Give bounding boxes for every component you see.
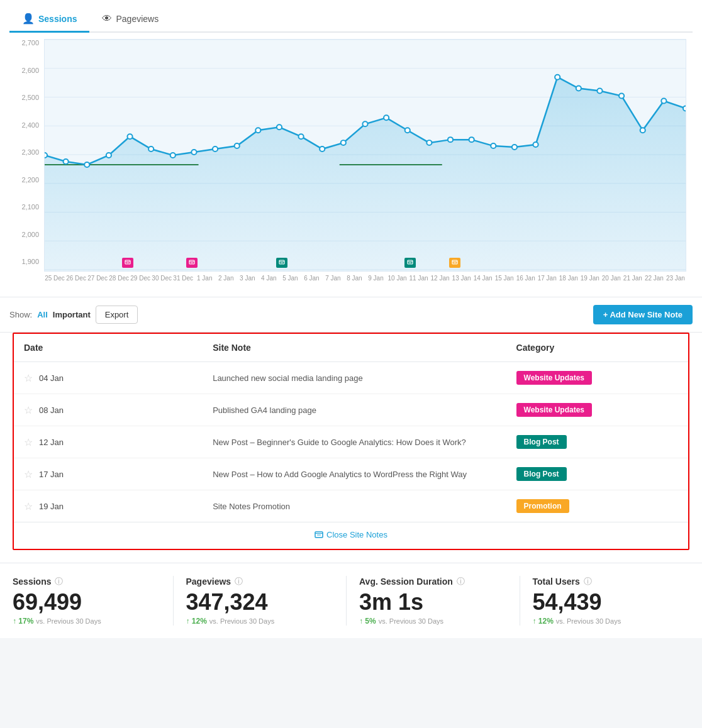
stat-title: Sessions bbox=[13, 576, 51, 587]
show-label: Show: bbox=[9, 310, 32, 319]
note-text-0: Launched new social media landing page bbox=[213, 373, 363, 383]
star-icon-1[interactable]: ☆ bbox=[24, 404, 33, 416]
category-badge-4[interactable]: Promotion bbox=[516, 499, 569, 513]
star-icon-2[interactable]: ☆ bbox=[24, 436, 33, 448]
svg-rect-51 bbox=[408, 260, 413, 264]
x-label: 6 Jan bbox=[301, 275, 322, 282]
chart-x-axis: 25 Dec 26 Dec 27 Dec 28 Dec 29 Dec 30 De… bbox=[44, 272, 686, 297]
change-percent: ↑ 5% bbox=[359, 617, 376, 626]
svg-point-29 bbox=[426, 140, 432, 145]
stats-section: Sessions ⓘ 69,499 ↑ 17% vs. Previous 30 … bbox=[0, 563, 702, 639]
info-icon[interactable]: ⓘ bbox=[584, 576, 592, 587]
star-icon-0[interactable]: ☆ bbox=[24, 372, 33, 384]
change-label: vs. Previous 30 Days bbox=[209, 617, 274, 625]
svg-point-14 bbox=[106, 153, 111, 158]
svg-point-18 bbox=[191, 150, 196, 155]
y-label-0: 2,700 bbox=[9, 39, 44, 47]
category-badge-1[interactable]: Website Updates bbox=[516, 403, 592, 417]
svg-point-12 bbox=[64, 159, 69, 164]
y-label-5: 2,200 bbox=[9, 176, 44, 184]
star-icon-3[interactable]: ☆ bbox=[24, 468, 33, 480]
stat-item-pageviews: Pageviews ⓘ 347,324 ↑ 12% vs. Previous 3… bbox=[174, 576, 347, 626]
x-label: 14 Jan bbox=[472, 275, 494, 282]
date-text-2: 12 Jan bbox=[39, 438, 64, 447]
y-label-1: 2,600 bbox=[9, 67, 44, 74]
tab-sessions[interactable]: 👤 Sessions bbox=[9, 6, 89, 33]
close-notes-icon bbox=[315, 531, 323, 539]
svg-point-20 bbox=[235, 143, 240, 148]
col-header-category: Category bbox=[506, 334, 688, 362]
stat-item-total-users: Total Users ⓘ 54,439 ↑ 12% vs. Previous … bbox=[520, 576, 693, 626]
svg-point-25 bbox=[341, 140, 346, 145]
x-label: 17 Jan bbox=[537, 275, 558, 282]
filter-important[interactable]: Important bbox=[53, 310, 91, 319]
x-label: 22 Jan bbox=[644, 275, 665, 282]
svg-point-17 bbox=[170, 153, 176, 158]
export-button[interactable]: Export bbox=[96, 306, 138, 324]
svg-point-41 bbox=[683, 106, 686, 111]
svg-point-36 bbox=[576, 86, 581, 91]
x-label: 5 Jan bbox=[279, 275, 301, 282]
y-label-2: 2,500 bbox=[9, 94, 44, 101]
svg-point-16 bbox=[148, 146, 153, 152]
stat-change: ↑ 17% vs. Previous 30 Days bbox=[13, 617, 160, 626]
star-icon-4[interactable]: ☆ bbox=[24, 500, 33, 512]
notes-table: Date Site Note Category ☆ 04 Jan Launche… bbox=[14, 334, 688, 522]
x-label: 10 Jan bbox=[387, 275, 408, 282]
table-row: ☆ 04 Jan Launched new social media landi… bbox=[14, 362, 688, 394]
tab-sessions-label: Sessions bbox=[38, 14, 77, 24]
category-badge-0[interactable]: Website Updates bbox=[516, 371, 592, 385]
x-label: 9 Jan bbox=[365, 275, 386, 282]
stat-value: 69,499 bbox=[13, 590, 160, 615]
info-icon[interactable]: ⓘ bbox=[55, 576, 63, 587]
table-row: ☆ 19 Jan Site Notes Promotion Promotion bbox=[14, 490, 688, 522]
category-badge-2[interactable]: Blog Post bbox=[516, 435, 567, 449]
date-text-0: 04 Jan bbox=[39, 373, 64, 383]
x-label: 25 Dec bbox=[44, 275, 65, 282]
svg-point-26 bbox=[362, 121, 367, 126]
date-text-4: 19 Jan bbox=[39, 502, 64, 511]
close-notes-link[interactable]: Close Site Notes bbox=[315, 530, 387, 539]
stat-change: ↑ 12% vs. Previous 30 Days bbox=[533, 617, 681, 626]
y-label-6: 2,100 bbox=[9, 203, 44, 211]
add-note-button[interactable]: + Add New Site Note bbox=[593, 305, 693, 324]
stat-change: ↑ 5% vs. Previous 30 Days bbox=[359, 617, 507, 626]
col-header-note: Site Note bbox=[203, 334, 506, 362]
change-label: vs. Previous 30 Days bbox=[379, 617, 443, 625]
tab-pageviews[interactable]: 👁 Pageviews bbox=[89, 6, 171, 33]
sessions-icon: 👤 bbox=[22, 13, 35, 25]
svg-point-19 bbox=[213, 146, 218, 152]
x-label: 3 Jan bbox=[237, 275, 258, 282]
x-label: 11 Jan bbox=[408, 275, 430, 282]
chart-marker-jan17 bbox=[404, 258, 416, 268]
svg-point-35 bbox=[555, 75, 560, 80]
x-label: 21 Jan bbox=[622, 275, 644, 282]
x-label: 31 Dec bbox=[172, 275, 194, 282]
svg-rect-54 bbox=[452, 260, 457, 264]
y-label-7: 2,000 bbox=[9, 231, 44, 238]
svg-point-21 bbox=[255, 128, 260, 133]
stat-value: 54,439 bbox=[533, 590, 681, 615]
x-label: 18 Jan bbox=[558, 275, 579, 282]
x-label: 13 Jan bbox=[451, 275, 472, 282]
chart-tabs: 👤 Sessions 👁 Pageviews bbox=[9, 6, 693, 33]
date-cell: ☆ 17 Jan bbox=[24, 468, 192, 480]
y-label-8: 1,900 bbox=[9, 258, 44, 265]
x-label: 1 Jan bbox=[194, 275, 215, 282]
stat-item-avg.-session-duration: Avg. Session Duration ⓘ 3m 1s ↑ 5% vs. P… bbox=[347, 576, 520, 626]
x-label: 7 Jan bbox=[322, 275, 343, 282]
date-text-3: 17 Jan bbox=[39, 470, 64, 479]
info-icon[interactable]: ⓘ bbox=[235, 576, 243, 587]
date-cell: ☆ 08 Jan bbox=[24, 404, 192, 416]
info-icon[interactable]: ⓘ bbox=[457, 576, 465, 587]
category-badge-3[interactable]: Blog Post bbox=[516, 467, 567, 481]
stat-title: Pageviews bbox=[186, 576, 231, 587]
show-filter: Show: All Important Export bbox=[9, 306, 138, 324]
filter-all[interactable]: All bbox=[37, 310, 48, 319]
svg-point-30 bbox=[448, 137, 453, 142]
svg-rect-42 bbox=[125, 260, 130, 264]
chart-svg bbox=[45, 40, 686, 271]
svg-point-37 bbox=[597, 89, 602, 94]
x-label: 16 Jan bbox=[515, 275, 537, 282]
x-label: 26 Dec bbox=[65, 275, 87, 282]
